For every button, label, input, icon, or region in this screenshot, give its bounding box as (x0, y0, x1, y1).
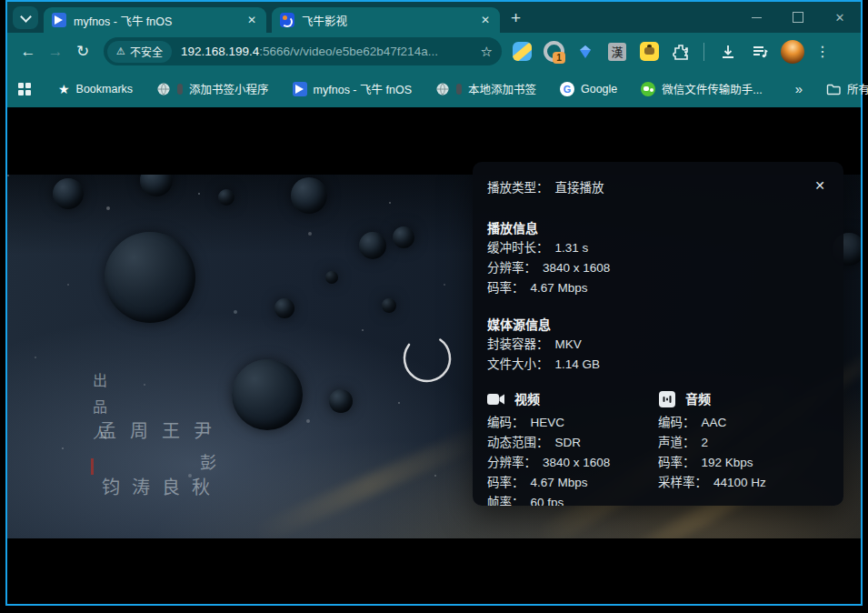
bookmark-bookmarks-folder[interactable]: ★ Bookmarks (58, 82, 133, 96)
info-row: 文件大小：1.14 GB (487, 355, 829, 375)
url-path: :5666/v/video/e5be62b47f214a... (259, 45, 438, 58)
folder-icon (826, 83, 841, 95)
media-playlist-icon[interactable] (748, 40, 772, 64)
tab-title: myfnos - 飞牛 fnOS (74, 12, 235, 29)
bookmark-local-add[interactable]: 本地添加书签 (435, 80, 536, 97)
extension-badge: 1 (553, 52, 565, 64)
bubble (325, 271, 338, 284)
minimize-button[interactable] (735, 4, 777, 31)
bookmark-wechat-transfer[interactable]: 微信文件传输助手... (641, 80, 762, 97)
info-row: 编码：AAC (658, 413, 829, 433)
myfnos-favicon-icon (52, 13, 66, 27)
bubble (274, 298, 294, 318)
tab-search-button[interactable] (13, 6, 38, 29)
forward-button[interactable]: → (42, 38, 69, 65)
han-extension-icon[interactable]: 漢 (605, 40, 629, 64)
bookmarks-overflow-chevron[interactable]: » (786, 81, 812, 96)
tab-feiniu-media[interactable]: 飞牛影视 ✕ (272, 7, 500, 33)
notes-extension-icon[interactable] (510, 40, 534, 64)
tab-strip: myfnos - 飞牛 fnOS ✕ 飞牛影视 ✕ + ✕ (7, 2, 861, 33)
security-chip[interactable]: ⚠ 不安全 (107, 41, 172, 63)
info-row: 码率：4.67 Mbps (487, 473, 658, 493)
red-seal-mark (91, 458, 94, 475)
bubble (232, 359, 303, 430)
star-icon: ★ (58, 82, 70, 96)
chevron-down-icon (20, 11, 32, 23)
credits-names-row: 孟周王尹 (98, 417, 225, 443)
bubble (105, 232, 195, 323)
bookmark-google[interactable]: G Google (560, 82, 617, 96)
bubble (359, 232, 386, 259)
loading-spinner (402, 333, 453, 384)
bubble (393, 226, 414, 248)
info-row: 缓冲时长：1.31 s (487, 238, 829, 258)
info-row: 动态范围：SDR (487, 433, 658, 453)
close-window-button[interactable]: ✕ (819, 4, 861, 31)
update-ring-extension-icon[interactable]: 1 (542, 40, 565, 64)
track-columns: 视频 编码：HEVC 动态范围：SDR 分辨率：3840 x 1608 码率：4… (487, 387, 829, 506)
back-button[interactable]: ← (15, 38, 42, 65)
info-row: 分辨率：3840 x 1608 (487, 453, 658, 473)
bookmarklet-pill-icon (177, 84, 183, 95)
myfnos-favicon-icon (293, 82, 307, 96)
info-row: 码率：4.67 Mbps (487, 278, 829, 298)
info-row: 声道：2 (658, 433, 829, 453)
google-icon: G (560, 82, 574, 96)
audio-track-column: 音频 编码：AAC 声道：2 码率：192 Kbps 采样率：44100 Hz (658, 387, 829, 506)
tab-close-icon[interactable]: ✕ (476, 14, 494, 26)
reload-button[interactable]: ↻ (69, 38, 96, 65)
bookmarklet-pill-icon (456, 84, 462, 95)
playback-info-panel: ✕ 播放类型：直接播放 播放信息 缓冲时长：1.31 s 分辨率：3840 x … (473, 162, 843, 506)
light-streak (251, 424, 492, 538)
tab-myfnos[interactable]: myfnos - 飞牛 fnOS ✕ (44, 7, 266, 33)
maximize-icon (793, 12, 803, 23)
info-row: 码率：192 Kbps (658, 453, 829, 473)
tab-close-icon[interactable]: ✕ (243, 14, 261, 26)
security-label: 不安全 (130, 44, 163, 59)
media-source-section-title: 媒体源信息 (487, 315, 829, 335)
audio-waveform-icon (658, 390, 676, 408)
all-bookmarks-button[interactable]: 所有书签 (826, 80, 868, 97)
bookmark-myfnos[interactable]: myfnos - 飞牛 fnOS (293, 80, 412, 97)
address-bar[interactable]: ⚠ 不安全 192.168.199.4:5666/v/video/e5be62b… (104, 37, 502, 65)
maximize-button[interactable] (777, 4, 819, 31)
new-tab-button[interactable]: + (511, 9, 521, 26)
credits-name: 彭 (200, 449, 216, 473)
extensions-puzzle-icon[interactable] (669, 40, 693, 64)
feiniu-media-favicon-icon (280, 13, 294, 27)
panel-close-icon[interactable]: ✕ (814, 178, 825, 193)
profile-avatar[interactable] (781, 40, 804, 64)
info-row: 编码：HEVC (487, 413, 658, 433)
play-type-row: 播放类型：直接播放 (487, 178, 829, 198)
tab-title: 飞牛影视 (302, 12, 469, 29)
warning-icon: ⚠ (116, 46, 125, 56)
info-row: 分辨率：3840 x 1608 (487, 258, 829, 278)
credits-names-row: 钧涛良秋 (102, 473, 222, 499)
bubble (382, 298, 396, 313)
bubble (218, 189, 234, 206)
diamond-extension-icon[interactable] (574, 40, 597, 64)
bookmark-add-bookmarklet[interactable]: 添加书签小程序 (156, 80, 269, 97)
bookmark-star-icon[interactable]: ☆ (481, 44, 493, 60)
browser-menu-icon[interactable]: ⋮ (812, 43, 833, 60)
bubble (291, 177, 327, 214)
bookmarks-bar: ★ Bookmarks 添加书签小程序 myfnos - 飞牛 fnOS 本地添… (7, 70, 861, 107)
downloads-icon[interactable] (716, 40, 740, 64)
info-row: 帧率：60 fps (487, 493, 658, 506)
particle-specks (7, 175, 9, 176)
goat-extension-icon[interactable] (637, 40, 661, 64)
bubble (329, 389, 353, 413)
apps-grid-icon[interactable] (18, 83, 31, 95)
globe-icon (435, 82, 450, 96)
browser-window: myfnos - 飞牛 fnOS ✕ 飞牛影视 ✕ + ✕ ← → ↻ ⚠ 不安… (5, 0, 863, 606)
info-row: 采样率：44100 Hz (658, 473, 829, 493)
page-content: 出品人 孟周王尹 彭 钧涛良秋 ✕ 播放类型：直接播放 播放信息 缓冲时长：1.… (7, 107, 861, 604)
browser-toolbar: ← → ↻ ⚠ 不安全 192.168.199.4:5666/v/video/e… (7, 33, 861, 70)
url-text[interactable]: 192.168.199.4:5666/v/video/e5be62b47f214… (181, 45, 475, 58)
bubble (140, 175, 173, 196)
bubble (53, 178, 84, 209)
minimize-icon (752, 17, 762, 18)
globe-icon (156, 82, 171, 96)
window-controls: ✕ (735, 4, 861, 31)
wechat-icon (641, 82, 655, 96)
